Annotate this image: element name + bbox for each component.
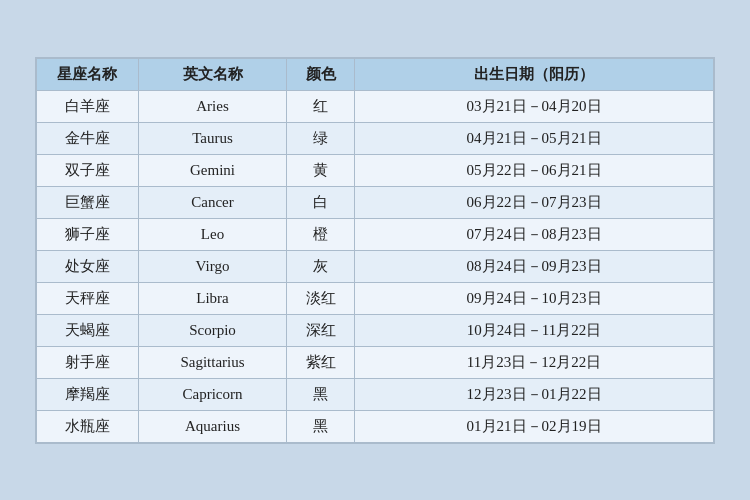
table-row: 天秤座Libra淡红09月24日－10月23日 xyxy=(37,282,714,314)
cell-chinese: 金牛座 xyxy=(37,122,139,154)
cell-color: 红 xyxy=(287,90,355,122)
cell-english: Sagittarius xyxy=(138,346,287,378)
cell-color: 黑 xyxy=(287,410,355,442)
cell-dates: 09月24日－10月23日 xyxy=(355,282,714,314)
cell-english: Libra xyxy=(138,282,287,314)
cell-color: 黑 xyxy=(287,378,355,410)
cell-dates: 03月21日－04月20日 xyxy=(355,90,714,122)
cell-dates: 07月24日－08月23日 xyxy=(355,218,714,250)
cell-dates: 06月22日－07月23日 xyxy=(355,186,714,218)
cell-english: Leo xyxy=(138,218,287,250)
cell-chinese: 双子座 xyxy=(37,154,139,186)
cell-chinese: 狮子座 xyxy=(37,218,139,250)
table-row: 处女座Virgo灰08月24日－09月23日 xyxy=(37,250,714,282)
cell-english: Scorpio xyxy=(138,314,287,346)
table-row: 巨蟹座Cancer白06月22日－07月23日 xyxy=(37,186,714,218)
table-row: 天蝎座Scorpio深红10月24日－11月22日 xyxy=(37,314,714,346)
cell-color: 深红 xyxy=(287,314,355,346)
table-header-row: 星座名称 英文名称 颜色 出生日期（阳历） xyxy=(37,58,714,90)
cell-english: Cancer xyxy=(138,186,287,218)
cell-color: 白 xyxy=(287,186,355,218)
cell-chinese: 巨蟹座 xyxy=(37,186,139,218)
cell-chinese: 处女座 xyxy=(37,250,139,282)
table-row: 白羊座Aries红03月21日－04月20日 xyxy=(37,90,714,122)
table-row: 狮子座Leo橙07月24日－08月23日 xyxy=(37,218,714,250)
header-dates: 出生日期（阳历） xyxy=(355,58,714,90)
table-row: 摩羯座Capricorn黑12月23日－01月22日 xyxy=(37,378,714,410)
cell-color: 淡红 xyxy=(287,282,355,314)
table-row: 双子座Gemini黄05月22日－06月21日 xyxy=(37,154,714,186)
cell-dates: 01月21日－02月19日 xyxy=(355,410,714,442)
cell-color: 橙 xyxy=(287,218,355,250)
cell-dates: 11月23日－12月22日 xyxy=(355,346,714,378)
header-chinese-name: 星座名称 xyxy=(37,58,139,90)
cell-dates: 12月23日－01月22日 xyxy=(355,378,714,410)
cell-english: Capricorn xyxy=(138,378,287,410)
cell-chinese: 天蝎座 xyxy=(37,314,139,346)
cell-english: Aries xyxy=(138,90,287,122)
cell-dates: 10月24日－11月22日 xyxy=(355,314,714,346)
cell-color: 灰 xyxy=(287,250,355,282)
cell-dates: 05月22日－06月21日 xyxy=(355,154,714,186)
cell-chinese: 射手座 xyxy=(37,346,139,378)
zodiac-table-container: 星座名称 英文名称 颜色 出生日期（阳历） 白羊座Aries红03月21日－04… xyxy=(35,57,715,444)
cell-color: 绿 xyxy=(287,122,355,154)
cell-chinese: 水瓶座 xyxy=(37,410,139,442)
cell-chinese: 摩羯座 xyxy=(37,378,139,410)
table-row: 射手座Sagittarius紫红11月23日－12月22日 xyxy=(37,346,714,378)
cell-color: 紫红 xyxy=(287,346,355,378)
table-row: 金牛座Taurus绿04月21日－05月21日 xyxy=(37,122,714,154)
cell-english: Aquarius xyxy=(138,410,287,442)
cell-english: Virgo xyxy=(138,250,287,282)
cell-dates: 04月21日－05月21日 xyxy=(355,122,714,154)
table-row: 水瓶座Aquarius黑01月21日－02月19日 xyxy=(37,410,714,442)
zodiac-table: 星座名称 英文名称 颜色 出生日期（阳历） 白羊座Aries红03月21日－04… xyxy=(36,58,714,443)
header-color: 颜色 xyxy=(287,58,355,90)
cell-chinese: 天秤座 xyxy=(37,282,139,314)
cell-chinese: 白羊座 xyxy=(37,90,139,122)
header-english-name: 英文名称 xyxy=(138,58,287,90)
cell-dates: 08月24日－09月23日 xyxy=(355,250,714,282)
cell-english: Taurus xyxy=(138,122,287,154)
cell-color: 黄 xyxy=(287,154,355,186)
cell-english: Gemini xyxy=(138,154,287,186)
